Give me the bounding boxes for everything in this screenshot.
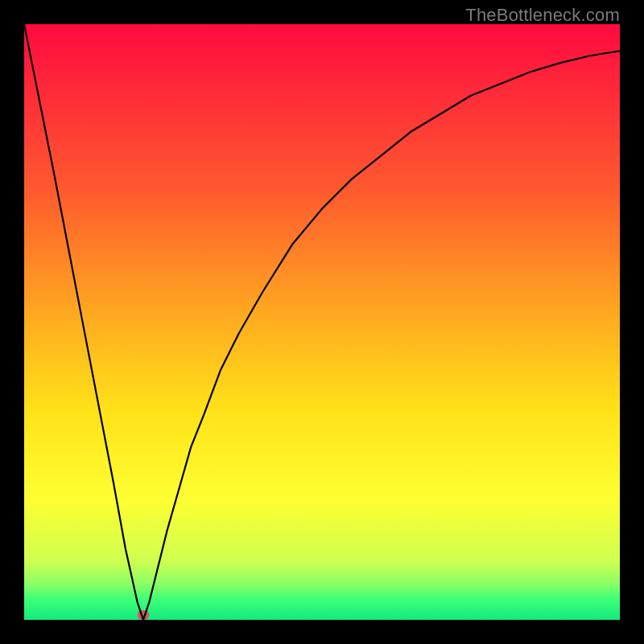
- gradient-background: [24, 24, 620, 620]
- watermark-text: TheBottleneck.com: [465, 5, 620, 26]
- bottleneck-chart: [24, 24, 620, 620]
- chart-frame: TheBottleneck.com: [0, 0, 644, 644]
- plot-area: [24, 24, 620, 620]
